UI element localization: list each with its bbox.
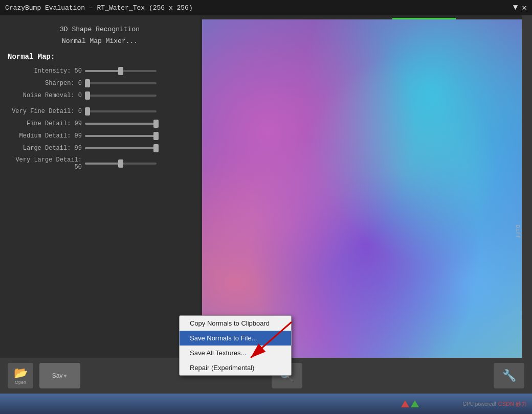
context-menu: Copy Normals to Clipboard Save Normals t… <box>179 315 292 376</box>
slider-row-intensity: Intensity: 50 <box>8 67 192 75</box>
fine-slider[interactable] <box>85 120 192 128</box>
open-button[interactable]: 📂 Open <box>8 363 33 388</box>
triangle-left <box>401 400 409 407</box>
left-panel: 3D Shape Recognition Normal Map Mixer...… <box>0 15 199 414</box>
open-label: Open <box>15 380 26 385</box>
slider-row-large: Large Detail: 99 <box>8 144 192 152</box>
title-bar-text: CrazyBump Evaluation – RT_Water_Tex (256… <box>5 4 193 12</box>
normal-map-header: Normal Map: <box>8 53 192 61</box>
taskbar: GPU powered! CSDN 妙力 <box>0 394 532 414</box>
context-repair[interactable]: Repair (Experimental) <box>180 360 291 375</box>
triangle-right <box>411 400 419 407</box>
veryfine-label: Very Fine Detail: 0 <box>8 108 82 115</box>
gpu-text: GPU powered! <box>462 401 496 407</box>
separator: – <box>89 4 93 12</box>
top-green-line <box>202 18 519 19</box>
slider-row-noise: Noise Removal: 0 <box>8 91 192 100</box>
save-button[interactable]: Sav ▼ <box>39 363 80 388</box>
save-label: Sav <box>52 372 63 379</box>
diff-label: Diff <box>515 225 521 238</box>
slider-row-veryfine: Very Fine Detail: 0 <box>8 107 192 116</box>
right-sidebar <box>522 15 532 363</box>
slider-row-fine: Fine Detail: 99 <box>8 120 192 128</box>
large-slider[interactable] <box>85 144 192 152</box>
medium-slider[interactable] <box>85 132 192 140</box>
verylarge-slider[interactable] <box>85 159 192 168</box>
verylarge-label: Very Large Detail: 50 <box>8 156 82 171</box>
csdn-watermark: CSDN 妙力 <box>498 400 527 408</box>
wrench-icon: 🔧 <box>502 369 516 382</box>
section2-title: Normal Map Mixer... <box>8 37 192 45</box>
intensity-slider[interactable] <box>85 67 192 75</box>
sharpen-slider[interactable] <box>85 79 192 87</box>
file-name: RT_Water_Tex <box>97 4 145 12</box>
app-name: CrazyBump Evaluation <box>5 4 85 12</box>
close-button[interactable]: ✕ <box>522 3 527 13</box>
large-label: Large Detail: 99 <box>8 145 82 152</box>
slider-row-verylarge: Very Large Detail: 50 <box>8 156 192 171</box>
veryfine-slider[interactable] <box>85 107 192 116</box>
slider-row-medium: Medium Detail: 99 <box>8 132 192 140</box>
context-save-normals[interactable]: Save Normals to File... <box>180 331 291 346</box>
medium-label: Medium Detail: 99 <box>8 132 82 140</box>
slider-row-sharpen: Sharpen: 0 <box>8 79 192 87</box>
folder-icon: 📂 <box>14 366 28 380</box>
detail-sliders: Very Fine Detail: 0 Fine Detail: 99 <box>8 107 192 171</box>
section1-title: 3D Shape Recognition <box>8 26 192 33</box>
intensity-label: Intensity: 50 <box>8 67 82 75</box>
save-dropdown-icon: ▼ <box>62 373 68 379</box>
context-save-all[interactable]: Save All Textures... <box>180 346 291 360</box>
tools-button[interactable]: 🔧 <box>494 363 524 388</box>
noise-label: Noise Removal: 0 <box>8 92 82 99</box>
fine-label: Fine Detail: 99 <box>8 120 82 127</box>
basic-sliders: Intensity: 50 Sharpen: 0 <box>8 67 192 100</box>
context-copy-normals[interactable]: Copy Normals to Clipboard <box>180 316 291 331</box>
title-bar: CrazyBump Evaluation – RT_Water_Tex (256… <box>0 0 532 15</box>
minimize-icon[interactable]: ▼ <box>513 3 518 12</box>
sharpen-label: Sharpen: 0 <box>8 80 82 87</box>
noise-slider[interactable] <box>85 91 192 100</box>
file-dimensions: (256 x 256) <box>149 4 193 12</box>
